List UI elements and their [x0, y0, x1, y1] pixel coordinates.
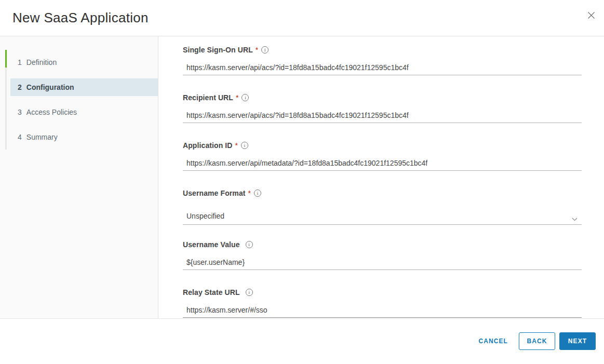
info-icon[interactable]: i: [241, 94, 249, 101]
field-label: Relay State URL: [183, 288, 240, 296]
field-username-format: Username Format * i Unspecified: [183, 188, 582, 225]
recipient-url-input[interactable]: [183, 110, 582, 123]
sidebar-item-definition[interactable]: 1 Definition: [10, 50, 158, 75]
username-format-select[interactable]: Unspecified: [183, 208, 582, 225]
required-asterisk: *: [248, 189, 251, 197]
close-icon: [587, 11, 595, 21]
selected-option: Unspecified: [186, 212, 224, 220]
info-icon[interactable]: i: [246, 241, 253, 248]
chevron-down-icon: [572, 214, 578, 223]
username-value-input[interactable]: [183, 257, 582, 270]
relay-state-url-input[interactable]: [183, 304, 582, 318]
info-icon[interactable]: i: [254, 190, 261, 197]
required-asterisk: *: [256, 46, 258, 54]
info-icon[interactable]: i: [246, 289, 253, 296]
info-icon[interactable]: i: [261, 46, 269, 53]
step-number: 4: [18, 133, 22, 141]
info-icon[interactable]: i: [241, 142, 248, 149]
close-button[interactable]: [585, 10, 597, 22]
steps-list: 1 Definition 2 Configuration 3 Access Po…: [0, 50, 158, 150]
next-button[interactable]: NEXT: [559, 332, 596, 350]
dialog-footer: CANCEL BACK NEXT: [0, 319, 604, 363]
required-asterisk: *: [235, 141, 238, 150]
application-id-input[interactable]: [183, 157, 582, 171]
sidebar-item-configuration[interactable]: 2 Configuration: [10, 75, 158, 100]
dialog-header: New SaaS Application: [0, 0, 604, 36]
configuration-form: Single Sign-On URL * i Recipient URL * i…: [158, 36, 604, 318]
field-application-id: Application ID * i: [183, 140, 582, 171]
sidebar-item-access-policies[interactable]: 3 Access Policies: [10, 100, 158, 125]
step-label: Configuration: [26, 83, 74, 91]
step-number: 3: [18, 108, 22, 116]
field-username-value: Username Value i: [183, 239, 582, 270]
step-label: Summary: [26, 133, 58, 141]
step-progress-rail: [5, 50, 7, 150]
field-label: Single Sign-On URL: [183, 46, 253, 54]
field-single-sign-on-url: Single Sign-On URL * i: [183, 45, 582, 75]
back-button[interactable]: BACK: [519, 332, 555, 350]
page-title: New SaaS Application: [12, 10, 149, 26]
sidebar-item-summary[interactable]: 4 Summary: [10, 125, 158, 150]
field-label: Recipient URL: [183, 93, 233, 102]
step-label: Access Policies: [26, 108, 77, 116]
field-relay-state-url: Relay State URL i: [183, 287, 582, 318]
single-sign-on-url-input[interactable]: [183, 62, 582, 75]
dialog-body: 1 Definition 2 Configuration 3 Access Po…: [0, 36, 604, 319]
wizard-steps-sidebar: 1 Definition 2 Configuration 3 Access Po…: [0, 36, 158, 318]
step-progress-indicator: [5, 50, 7, 68]
field-label: Username Format: [183, 189, 246, 197]
required-asterisk: *: [236, 93, 238, 102]
cancel-button[interactable]: CANCEL: [472, 332, 514, 350]
step-number: 1: [18, 58, 22, 66]
field-label: Username Value: [183, 240, 240, 249]
field-label: Application ID: [183, 141, 233, 150]
field-recipient-url: Recipient URL * i: [183, 92, 582, 123]
step-label: Definition: [26, 58, 57, 66]
step-number: 2: [18, 83, 22, 91]
